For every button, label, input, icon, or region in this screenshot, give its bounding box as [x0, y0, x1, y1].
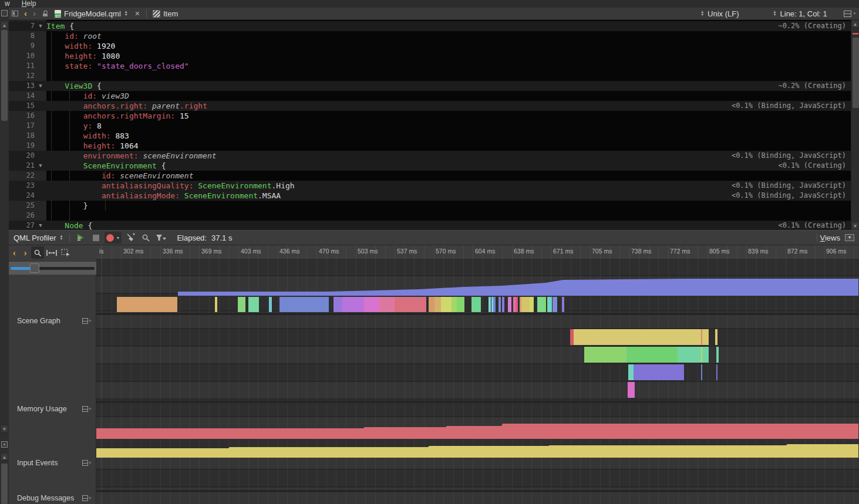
code-line[interactable]: 26: [9, 211, 851, 221]
error-marker[interactable]: [853, 33, 858, 35]
scroll-up-arrow-icon[interactable]: ▲: [1, 453, 8, 461]
chevron-down-icon[interactable]: ▼: [116, 236, 120, 240]
start-profiling-button[interactable]: [74, 232, 87, 243]
views-button[interactable]: Views ▼: [814, 234, 859, 242]
code-line[interactable]: 15 anchors.right: parent.right<0.1% (Bin…: [9, 101, 851, 111]
fold-marker-icon[interactable]: ▼: [35, 21, 46, 31]
timeline-event-bar[interactable]: [334, 297, 342, 312]
fold-marker-icon[interactable]: ▼: [35, 161, 46, 171]
track-label-debug-messages[interactable]: Debug Messages+: [9, 492, 96, 504]
timeline-event-bar[interactable]: [701, 347, 702, 363]
editor-scroll-up-arrow-icon[interactable]: ▲: [1, 21, 8, 29]
code-line[interactable]: 21▼ SceneEnvironment {<0.1% (Creating): [9, 161, 851, 171]
views-dropdown-icon[interactable]: ▼: [845, 234, 854, 241]
code-line[interactable]: 22 id: sceneEnvironment: [9, 171, 851, 181]
timeline-event-bar[interactable]: [584, 347, 626, 363]
timeline-event-bar[interactable]: [520, 297, 521, 312]
code-line[interactable]: 10 height: 1080: [9, 51, 851, 61]
timeline-event-bar[interactable]: [715, 329, 717, 345]
menu-item-window-partial[interactable]: w: [2, 0, 12, 8]
timeline-event-bar[interactable]: [441, 297, 452, 312]
back-icon[interactable]: ‹: [24, 8, 27, 19]
timeline-event-bar[interactable]: [634, 364, 684, 380]
pane-title[interactable]: QML Profiler: [14, 234, 56, 242]
timeline-event-bar[interactable]: [678, 347, 701, 363]
clear-results-button[interactable]: [124, 232, 137, 243]
sidebar-toggle-icon[interactable]: [1, 10, 8, 16]
timeline-event-bar[interactable]: [701, 364, 702, 380]
timeline-event-bar[interactable]: [117, 297, 177, 312]
pane-dropdown-icon[interactable]: ▲▼: [59, 235, 63, 241]
code-line[interactable]: 16 anchors.rightMargin: 15: [9, 111, 851, 121]
code-line[interactable]: 24 antialiasingMode: SceneEnvironment.MS…: [9, 191, 851, 201]
timeline-event-bar[interactable]: [626, 347, 678, 363]
cursor-position-label[interactable]: Line: 1, Col: 1: [780, 9, 827, 18]
timeline-zoom-slider[interactable]: [9, 262, 96, 275]
fold-marker-icon[interactable]: ▼: [35, 81, 46, 91]
timeline-event-bar[interactable]: [508, 297, 511, 312]
document-dropdown-icon[interactable]: ▲▼: [124, 11, 128, 16]
open-file-name[interactable]: FridgeModel.qml: [64, 9, 121, 18]
timeline-event-bar[interactable]: [562, 297, 564, 312]
expand-track-icon[interactable]: +: [82, 495, 92, 501]
render-load-area[interactable]: [178, 279, 858, 296]
code-line[interactable]: 23 antialiasingQuality: SceneEnvironment…: [9, 181, 851, 191]
timeline-event-bar[interactable]: [379, 297, 395, 312]
code-editor[interactable]: 7▼Item {~0.2% (Creating)8 id: root9 widt…: [9, 20, 859, 230]
timeline-event-bar[interactable]: [716, 364, 717, 380]
timeline-event-bar[interactable]: [489, 297, 491, 312]
code-line[interactable]: 27▼ Node {<0.1% (Creating): [9, 221, 851, 230]
timeline-event-bar[interactable]: [521, 297, 530, 312]
code-line[interactable]: 19 height: 1064: [9, 141, 851, 151]
track-label-input-events[interactable]: Input Events+: [9, 457, 96, 469]
timeline-event-bar[interactable]: [364, 297, 379, 312]
code-line[interactable]: 7▼Item {~0.2% (Creating): [9, 21, 851, 31]
profiler-scrollbar-thumb[interactable]: [1, 464, 8, 504]
timeline-event-bar[interactable]: [498, 297, 501, 312]
memory-allocation-area[interactable]: [96, 444, 858, 458]
timeline-canvas[interactable]: is302 ms336 ms369 ms403 ms436 ms470 ms50…: [96, 245, 859, 504]
scrollbar-thumb[interactable]: [853, 38, 859, 108]
code-line[interactable]: 25 }: [9, 201, 851, 211]
filter-button[interactable]: [154, 232, 167, 243]
timeline-event-bar[interactable]: [452, 297, 457, 312]
editor-scrollbar-thumb[interactable]: [1, 30, 8, 121]
encoding-label[interactable]: Unix (LF): [708, 9, 739, 18]
stop-profiling-button[interactable]: [89, 232, 102, 243]
record-button[interactable]: ▼: [105, 232, 122, 243]
timeline-event-bar[interactable]: [395, 297, 426, 312]
timeline-event-bar[interactable]: [457, 297, 464, 312]
jump-previous-icon[interactable]: ‹: [13, 248, 16, 258]
memory-heap-area[interactable]: [96, 424, 858, 439]
timeline-event-bar[interactable]: [429, 297, 434, 312]
fit-width-icon[interactable]: [45, 246, 58, 259]
code-line[interactable]: 18 width: 883: [9, 131, 851, 141]
fold-marker-icon[interactable]: ▼: [35, 221, 46, 230]
code-line[interactable]: 12: [9, 71, 851, 81]
jump-next-icon[interactable]: ›: [24, 248, 27, 258]
scroll-down-arrow-icon[interactable]: ▼: [851, 222, 859, 229]
timeline-event-bar[interactable]: [434, 297, 441, 312]
timeline-event-bar[interactable]: [491, 297, 493, 312]
close-document-icon[interactable]: ×: [135, 9, 140, 18]
expand-track-icon[interactable]: +: [82, 318, 92, 324]
timeline-event-bar[interactable]: [553, 297, 557, 312]
split-editor-icon[interactable]: +: [844, 11, 856, 17]
output-pane-icon[interactable]: ▾: [1, 441, 8, 448]
timeline-event-bar[interactable]: [716, 347, 719, 363]
code-line[interactable]: 8 id: root: [9, 31, 851, 41]
code-line[interactable]: 14 id: view3D: [9, 91, 851, 101]
timeline-event-bar[interactable]: [513, 297, 516, 312]
timeline-event-bar[interactable]: [238, 297, 245, 312]
timeline-event-bar[interactable]: [701, 329, 702, 345]
editor-scrollbar[interactable]: ▲ ▼: [851, 20, 859, 230]
track-label-scene-graph[interactable]: Scene Graph+: [9, 315, 96, 327]
timeline-event-bar[interactable]: [269, 297, 272, 312]
timeline-event-bar[interactable]: [502, 297, 504, 312]
timeline-event-bar[interactable]: [537, 297, 543, 312]
timeline-event-bar[interactable]: [574, 329, 709, 345]
encoding-dropdown-icon[interactable]: ▲▼: [700, 11, 704, 16]
code-line[interactable]: 17 y: 8: [9, 121, 851, 131]
track-label-memory-usage[interactable]: Memory Usage+: [9, 403, 96, 415]
scroll-up-arrow-icon[interactable]: ▲: [851, 20, 859, 28]
